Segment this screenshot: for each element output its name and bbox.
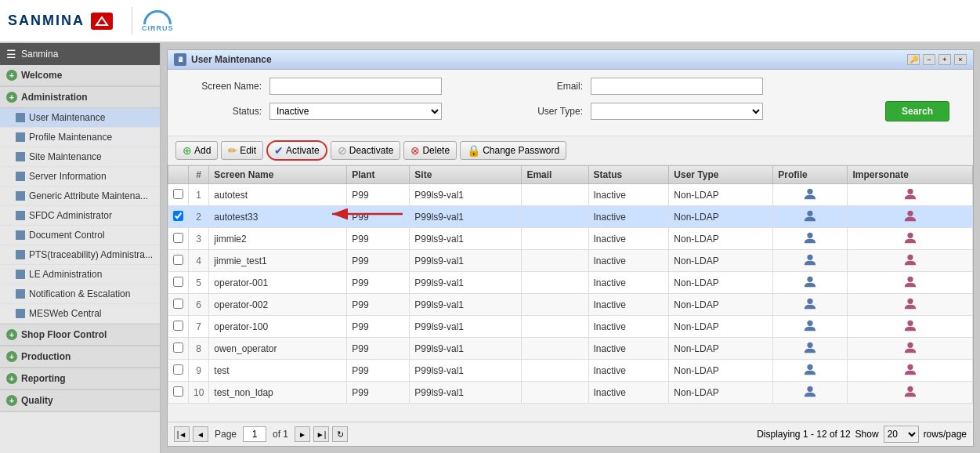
row-checkbox[interactable]: [173, 321, 183, 331]
row-checkbox[interactable]: [173, 233, 183, 243]
row-site: P99ls9-val1: [410, 294, 522, 316]
sidebar-section-quality-header[interactable]: + Quality: [0, 390, 160, 411]
row-profile[interactable]: [773, 360, 848, 382]
sidebar-item-user-maintenance[interactable]: User Maintenance: [0, 108, 160, 128]
sidebar-item-sfdc-admin[interactable]: SFDC Administrator: [0, 206, 160, 226]
row-screen-name: owen_operator: [209, 338, 347, 360]
sidebar-item-server-info[interactable]: Server Information: [0, 167, 160, 187]
row-impersonate[interactable]: [848, 272, 973, 294]
edit-button[interactable]: ✏ Edit: [221, 141, 263, 160]
row-profile[interactable]: [773, 316, 848, 338]
add-label: Add: [194, 145, 211, 156]
col-num: #: [189, 166, 209, 184]
row-checkbox-cell[interactable]: [168, 316, 189, 338]
row-impersonate[interactable]: [848, 250, 973, 272]
row-profile[interactable]: [773, 206, 848, 228]
row-checkbox-cell[interactable]: [168, 250, 189, 272]
sidebar-section-sfc-header[interactable]: + Shop Floor Control: [0, 324, 160, 346]
page-label: Page: [215, 429, 237, 440]
user-type-select[interactable]: Non-LDAP LDAP: [591, 103, 763, 120]
row-checkbox-cell[interactable]: [168, 360, 189, 382]
row-screen-name: operator-100: [209, 316, 347, 338]
row-checkbox[interactable]: [173, 364, 183, 375]
table-row: 2 autotest33 P99 P99ls9-val1 Inactive No…: [168, 206, 973, 228]
sidebar-item-doc-control[interactable]: Document Control: [0, 226, 160, 245]
row-impersonate[interactable]: [848, 184, 973, 206]
row-checkbox[interactable]: [173, 189, 183, 199]
pag-first-btn[interactable]: |◄: [174, 426, 190, 442]
row-checkbox-cell[interactable]: [168, 206, 189, 228]
row-checkbox-cell[interactable]: [168, 294, 189, 316]
row-profile[interactable]: [773, 184, 848, 206]
email-input[interactable]: [591, 78, 763, 95]
pag-last-btn[interactable]: ►|: [313, 426, 329, 442]
row-checkbox-cell[interactable]: [168, 338, 189, 360]
status-select[interactable]: Inactive Active All: [269, 103, 442, 120]
sidebar-item-mesweb[interactable]: MESWeb Central: [0, 304, 160, 324]
row-impersonate[interactable]: [848, 206, 973, 228]
sidebar-app-header[interactable]: ☰ Sanmina: [0, 43, 160, 65]
page-input[interactable]: [243, 426, 266, 442]
panel-close-btn[interactable]: ×: [954, 54, 967, 65]
sidebar-section-admin-header[interactable]: + Administration: [0, 87, 160, 108]
row-profile[interactable]: [773, 382, 848, 404]
sidebar-section-welcome-header[interactable]: + Welcome: [0, 65, 160, 86]
sidebar-section-production-header[interactable]: + Production: [0, 346, 160, 368]
row-checkbox[interactable]: [173, 386, 183, 397]
svg-point-7: [808, 255, 813, 260]
row-checkbox-cell[interactable]: [168, 228, 189, 250]
row-impersonate[interactable]: [848, 316, 973, 338]
sidebar-item-pts[interactable]: PTS(traceability) Administra...: [0, 245, 160, 265]
svg-point-8: [907, 255, 913, 260]
delete-button[interactable]: ⊗ Delete: [403, 141, 457, 160]
sidebar-item-profile-maintenance[interactable]: Profile Maintenance: [0, 128, 160, 147]
panel-minimize-btn[interactable]: −: [923, 54, 935, 65]
sanmina-logo: SANMINA: [8, 13, 85, 29]
panel-maximize-btn[interactable]: +: [938, 54, 951, 65]
row-checkbox[interactable]: [173, 299, 183, 309]
row-impersonate[interactable]: [848, 382, 973, 404]
panel-key-btn[interactable]: 🔑: [907, 54, 920, 65]
user-type-label: User Type:: [504, 106, 583, 117]
rows-per-page-select[interactable]: 20 50 100: [884, 426, 919, 443]
row-profile[interactable]: [773, 272, 848, 294]
row-user-type: Non-LDAP: [669, 360, 773, 382]
screen-name-input[interactable]: [269, 78, 442, 95]
refresh-btn[interactable]: ↻: [332, 426, 348, 442]
row-profile[interactable]: [773, 338, 848, 360]
pag-next-btn[interactable]: ►: [295, 426, 310, 442]
row-checkbox[interactable]: [173, 342, 183, 353]
row-profile[interactable]: [773, 294, 848, 316]
row-impersonate[interactable]: [848, 360, 973, 382]
row-screen-name: test: [209, 360, 347, 382]
row-checkbox-cell[interactable]: [168, 184, 189, 206]
row-impersonate[interactable]: [848, 294, 973, 316]
row-checkbox-cell[interactable]: [168, 272, 189, 294]
row-num-cell: 10: [189, 382, 209, 404]
row-impersonate[interactable]: [848, 228, 973, 250]
row-plant: P99: [347, 272, 410, 294]
row-checkbox-cell[interactable]: [168, 382, 189, 404]
add-button[interactable]: ⊕ Add: [175, 141, 218, 160]
row-profile[interactable]: [773, 228, 848, 250]
row-checkbox[interactable]: [173, 277, 183, 287]
search-button[interactable]: Search: [885, 101, 949, 121]
row-screen-name: test_non_ldap: [209, 382, 347, 404]
sidebar-item-notification[interactable]: Notification & Escalation: [0, 284, 160, 304]
sidebar-item-site-maintenance[interactable]: Site Maintenance: [0, 147, 160, 167]
sidebar-item-le-admin[interactable]: LE Administration: [0, 265, 160, 284]
row-screen-name: autotest: [209, 184, 347, 206]
row-checkbox[interactable]: [173, 211, 183, 221]
svg-point-13: [808, 321, 813, 326]
activate-button[interactable]: ✔ Activate: [266, 140, 327, 161]
sidebar-section-reporting-header[interactable]: + Reporting: [0, 368, 160, 390]
pag-prev-btn[interactable]: ◄: [193, 426, 208, 442]
col-checkbox: [168, 166, 189, 184]
change-password-button[interactable]: 🔒 Change Password: [460, 141, 566, 160]
deactivate-button[interactable]: ⊘ Deactivate: [331, 141, 401, 160]
row-checkbox[interactable]: [173, 255, 183, 265]
sidebar-item-generic-attr[interactable]: Generic Attribute Maintena...: [0, 187, 160, 206]
row-profile[interactable]: [773, 250, 848, 272]
sidebar-quality-label: Quality: [21, 395, 53, 406]
row-impersonate[interactable]: [848, 338, 973, 360]
